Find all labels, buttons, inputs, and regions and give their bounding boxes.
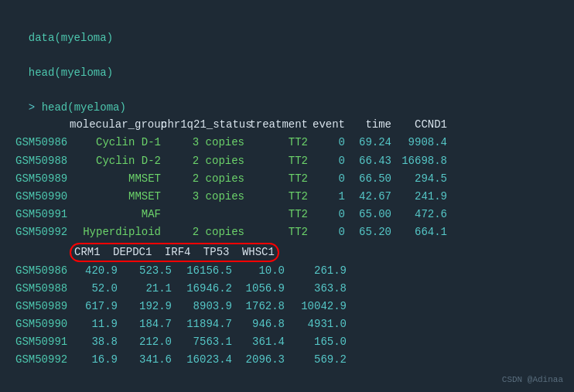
cell2-crm1: 11.9 (70, 315, 118, 333)
cell-time: 65.20 (345, 223, 391, 241)
func-name: data(myeloma) (29, 32, 113, 44)
cell2-depdc1: 184.7 (118, 315, 172, 333)
cell-treat: TT2 (244, 188, 308, 206)
table-row: GSM50989 MMSET 2 copies TT2 0 66.50 294.… (15, 170, 559, 188)
cell2-irf4: 7563.1 (172, 333, 232, 351)
cell-event: 0 (308, 206, 345, 223)
cell2-whsc1: 165.0 (285, 333, 347, 351)
cell-id: GSM50988 (15, 152, 70, 170)
table-row: GSM50986 Cyclin D-1 3 copies TT2 0 69.24… (15, 134, 559, 152)
cell-ccnd1: 9908.4 (391, 134, 447, 152)
cell-chr: 3 copies (161, 134, 244, 152)
table-row: GSM50991 38.8 212.0 7563.1 361.4 165.0 (15, 333, 559, 351)
cell-mol: MAF (70, 206, 161, 223)
table-row: GSM50990 11.9 184.7 11894.7 946.8 4931.0 (15, 315, 559, 333)
cell2-irf4: 8903.9 (172, 298, 232, 315)
cell-time: 66.50 (345, 170, 391, 188)
cell2-id: GSM50989 (15, 298, 70, 315)
func-name2: head(myeloma) (29, 66, 113, 79)
cell2-irf4: 16156.5 (172, 262, 232, 280)
cell2-tp53: 1056.9 (232, 280, 285, 298)
table-row: GSM50988 Cyclin D-2 2 copies TT2 0 66.43… (15, 152, 559, 170)
cell-ccnd1: 241.9 (391, 188, 447, 206)
cell-event: 1 (308, 188, 345, 206)
cell2-id: GSM50990 (15, 315, 70, 333)
cell-treat: TT2 (244, 170, 308, 188)
cell-time: 69.24 (345, 134, 391, 152)
cell2-whsc1: 4931.0 (285, 315, 347, 333)
cell2-irf4: 16023.4 (172, 351, 232, 369)
cell2-whsc1: 569.2 (285, 351, 347, 369)
cell-mol: Cyclin D-1 (70, 134, 161, 152)
header-empty (15, 116, 70, 134)
cell2-tp53: 1762.8 (232, 298, 285, 315)
cell-chr: 2 copies (161, 170, 244, 188)
watermark: CSDN @Adinaa (502, 375, 563, 384)
cell-id: GSM50990 (15, 188, 70, 206)
table1-body: GSM50986 Cyclin D-1 3 copies TT2 0 69.24… (15, 134, 559, 241)
table-row: GSM50989 617.9 192.9 8903.9 1762.8 10042… (15, 298, 559, 315)
table1-header-row: molecular_group chr1q21_status treatment… (15, 116, 559, 134)
cell-mol: Hyperdiploid (70, 223, 161, 241)
cell-chr: 2 copies (161, 152, 244, 170)
line-data-myeloma: data(myeloma) (15, 12, 559, 47)
cell-treat: TT2 (244, 223, 308, 241)
cell-id: GSM50989 (15, 170, 70, 188)
cell-event: 0 (308, 134, 345, 152)
table-row: GSM50992 16.9 341.6 16023.4 2096.3 569.2 (15, 351, 559, 369)
header-time: time (345, 116, 391, 134)
cell-mol: Cyclin D-2 (70, 152, 161, 170)
cell-treat: TT2 (244, 206, 308, 223)
line-head-myeloma: head(myeloma) (15, 47, 559, 82)
table-row: GSM50988 52.0 21.1 16946.2 1056.9 363.8 (15, 280, 559, 298)
cell2-tp53: 2096.3 (232, 351, 285, 369)
cell-time: 66.43 (345, 152, 391, 170)
cell-treat: TT2 (244, 152, 308, 170)
cell-event: 0 (308, 152, 345, 170)
header2-irf4: IRF4 (165, 246, 191, 258)
header-chr: chr1q21_status (161, 116, 244, 134)
table2-body: GSM50986 420.9 523.5 16156.5 10.0 261.9 … (15, 262, 559, 370)
cell2-crm1: 16.9 (70, 351, 118, 369)
cell-time: 65.00 (345, 206, 391, 223)
header2-depdc1: DEPDC1 (113, 246, 152, 258)
cell2-depdc1: 21.1 (118, 280, 172, 298)
cell2-whsc1: 10042.9 (285, 298, 347, 315)
cell2-irf4: 11894.7 (172, 315, 232, 333)
cell2-crm1: 38.8 (70, 333, 118, 351)
cell2-id: GSM50992 (15, 351, 70, 369)
header-mol: molecular_group (70, 116, 161, 134)
cell-id: GSM50992 (15, 223, 70, 241)
cell2-tp53: 946.8 (232, 315, 285, 333)
cell-time: 42.67 (345, 188, 391, 206)
cell-chr (161, 206, 244, 223)
header2-tp53: TP53 (203, 246, 230, 258)
cell2-id: GSM50991 (15, 333, 70, 351)
cell-mol: MMSET (70, 188, 161, 206)
cell2-depdc1: 192.9 (118, 298, 172, 315)
table-row: GSM50992 Hyperdiploid 2 copies TT2 0 65.… (15, 223, 559, 241)
cell2-depdc1: 212.0 (118, 333, 172, 351)
cell-ccnd1: 16698.8 (391, 152, 447, 170)
cell2-depdc1: 341.6 (118, 351, 172, 369)
header2-crm1: CRM1 (74, 246, 101, 258)
circled-headers: CRM1 DEPDC1 IRF4 TP53 WHSC1 (70, 243, 279, 262)
cell-chr: 3 copies (161, 188, 244, 206)
table-row: GSM50991 MAF TT2 0 65.00 472.6 (15, 206, 559, 223)
cell2-crm1: 420.9 (70, 262, 118, 280)
cell2-crm1: 52.0 (70, 280, 118, 298)
line-prompt: > head(myeloma) (15, 82, 559, 117)
cell-ccnd1: 664.1 (391, 223, 447, 241)
cell2-id: GSM50986 (15, 262, 70, 280)
cell-ccnd1: 294.5 (391, 170, 447, 188)
cell2-tp53: 10.0 (232, 262, 285, 280)
cell2-irf4: 16946.2 (172, 280, 232, 298)
cell2-id: GSM50988 (15, 280, 70, 298)
prompt-symbol: > (29, 101, 42, 114)
func-name3: head(myeloma) (42, 101, 126, 114)
table-row: GSM50986 420.9 523.5 16156.5 10.0 261.9 (15, 262, 559, 280)
header-event: event (308, 116, 345, 134)
header2-whsc1: WHSC1 (242, 246, 275, 258)
cell2-crm1: 617.9 (70, 298, 118, 315)
cell-event: 0 (308, 170, 345, 188)
